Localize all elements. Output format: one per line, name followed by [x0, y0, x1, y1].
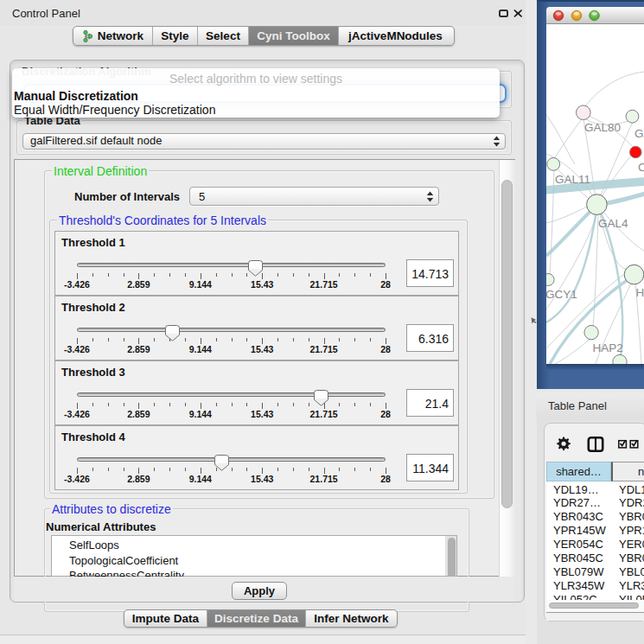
svg-text:GCY1: GCY1 [546, 288, 577, 301]
svg-text:GAL11: GAL11 [555, 173, 590, 186]
svg-text:GAL80: GAL80 [584, 121, 621, 134]
svg-text:HAP2: HAP2 [593, 341, 623, 354]
svg-text:C: C [638, 161, 644, 174]
svg-text:H: H [636, 286, 644, 299]
svg-text:GAL4: GAL4 [598, 217, 628, 230]
svg-text:GAL1: GAL1 [634, 127, 644, 140]
